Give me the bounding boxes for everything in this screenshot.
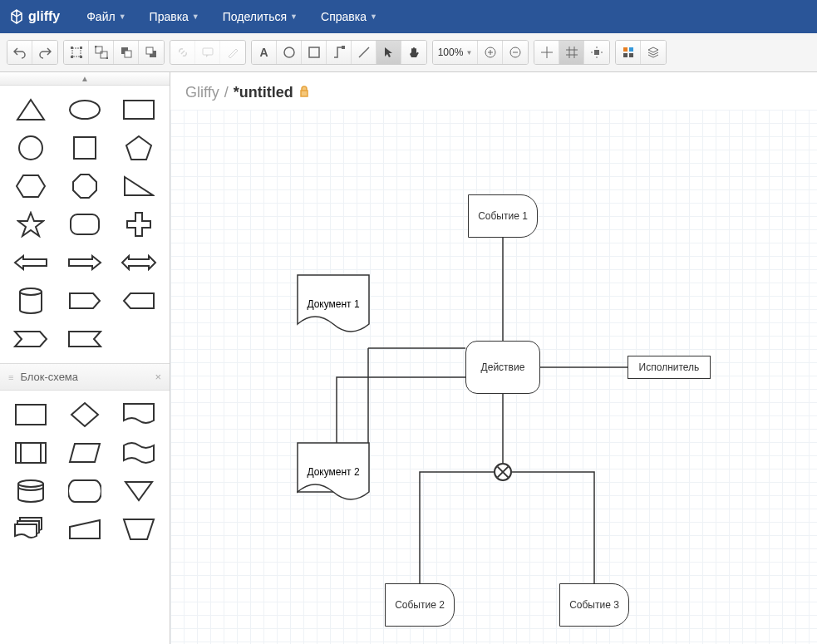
send-back-button[interactable]	[139, 41, 164, 64]
shape-display[interactable]	[66, 477, 103, 505]
svg-rect-51	[16, 405, 46, 425]
shape-rounded-rect[interactable]	[66, 210, 103, 238]
bring-front-button[interactable]	[114, 41, 139, 64]
shape-circle[interactable]	[12, 134, 49, 162]
redo-button[interactable]	[32, 41, 57, 64]
breadcrumb-root[interactable]: Gliffy	[185, 84, 219, 101]
shape-tag-left[interactable]	[121, 287, 157, 315]
shape-star[interactable]	[12, 210, 49, 238]
shape-rectangle[interactable]	[121, 96, 157, 124]
shape-plus[interactable]	[121, 210, 157, 238]
comment-button[interactable]	[195, 41, 220, 64]
shape-process[interactable]	[12, 401, 49, 429]
shape-chevron-back[interactable]	[66, 325, 103, 353]
shape-manual-input[interactable]	[66, 515, 103, 543]
shape-database[interactable]	[12, 477, 49, 505]
node-action[interactable]: Действие	[465, 341, 540, 394]
svg-rect-6	[101, 52, 107, 58]
node-doc2[interactable]: Документ 2	[297, 442, 370, 507]
caret-down-icon: ▼	[465, 49, 472, 57]
pointer-tool-button[interactable]	[377, 41, 401, 64]
node-xor-gateway[interactable]	[494, 463, 512, 481]
shape-document[interactable]	[121, 401, 157, 429]
node-executor[interactable]: Исполнитель	[628, 356, 711, 379]
pan-tool-button[interactable]	[401, 41, 426, 64]
brush-icon	[226, 46, 239, 59]
format-painter-button[interactable]	[220, 41, 245, 64]
zoom-in-button[interactable]	[478, 41, 503, 64]
svg-marker-58	[126, 482, 152, 500]
grid-icon	[565, 46, 578, 59]
line-icon	[357, 46, 371, 59]
caret-down-icon: ▼	[370, 12, 377, 21]
node-event3[interactable]: Событие 3	[559, 583, 629, 627]
node-executor-label: Исполнитель	[639, 361, 700, 373]
rect-tool-button[interactable]	[302, 41, 327, 64]
link-button[interactable]	[170, 41, 195, 64]
shape-arrow-left[interactable]	[12, 248, 49, 277]
node-doc1[interactable]: Документ 1	[297, 274, 370, 339]
close-icon[interactable]: ×	[155, 371, 161, 383]
svg-rect-15	[309, 47, 319, 57]
menu-file[interactable]: Файл▼	[76, 5, 135, 28]
shape-document-wave[interactable]	[121, 439, 157, 467]
shape-decision[interactable]	[66, 401, 103, 429]
shape-square[interactable]	[66, 134, 103, 162]
sidebar-scroll-up[interactable]: ▲	[0, 72, 170, 86]
menu-help-label: Справка	[321, 10, 367, 23]
text-tool-button[interactable]: A	[252, 41, 277, 64]
logo-icon	[8, 8, 25, 25]
shape-cylinder[interactable]	[12, 287, 49, 315]
shape-ellipse[interactable]	[66, 96, 103, 124]
shape-predefined[interactable]	[12, 439, 49, 467]
ungroup-button[interactable]	[89, 41, 114, 64]
undo-button[interactable]	[7, 41, 32, 64]
diagram-canvas[interactable]: Событие 1 Документ 1 Действие Исполнител…	[170, 110, 817, 644]
snap-center-button[interactable]	[534, 41, 559, 64]
square-icon	[308, 46, 321, 59]
shape-data[interactable]	[66, 439, 103, 467]
zoom-out-button[interactable]	[503, 41, 528, 64]
svg-rect-10	[125, 51, 131, 57]
zoom-level[interactable]: 100%▼	[433, 41, 478, 64]
app-logo[interactable]: gliffy	[8, 8, 60, 25]
menu-share[interactable]: Поделиться▼	[213, 5, 308, 28]
theme-icon	[622, 46, 635, 59]
shape-arrow-right[interactable]	[66, 248, 103, 277]
svg-marker-40	[125, 177, 153, 195]
shape-multi-document[interactable]	[12, 515, 49, 543]
menu-help[interactable]: Справка▼	[311, 5, 387, 28]
ellipse-tool-button[interactable]	[277, 41, 302, 64]
theme-button[interactable]	[616, 41, 641, 64]
shape-right-triangle[interactable]	[121, 172, 157, 200]
shape-octagon[interactable]	[66, 172, 103, 200]
node-event1[interactable]: Событие 1	[468, 194, 538, 238]
section-flowchart[interactable]: ≡ Блок-схема ×	[0, 363, 170, 391]
shape-pentagon[interactable]	[121, 134, 157, 162]
shape-merge[interactable]	[121, 477, 157, 505]
menu-file-label: Файл	[86, 10, 115, 23]
shape-manual-operation[interactable]	[121, 515, 157, 543]
node-doc2-label: Документ 2	[307, 466, 360, 478]
shape-hexagon[interactable]	[12, 172, 49, 200]
breadcrumb: Gliffy / *untitled	[170, 72, 817, 110]
menu-edit[interactable]: Правка▼	[140, 5, 209, 28]
snap-guides-button[interactable]	[584, 41, 609, 64]
svg-rect-0	[72, 48, 81, 57]
shape-triangle[interactable]	[12, 96, 49, 124]
shape-tag-right[interactable]	[66, 287, 103, 315]
menubar: gliffy Файл▼ Правка▼ Поделиться▼ Справка…	[0, 0, 817, 33]
shape-chevron[interactable]	[12, 325, 49, 353]
layers-button[interactable]	[641, 41, 666, 64]
line-tool-button[interactable]	[352, 41, 377, 64]
shape-arrow-both[interactable]	[121, 248, 157, 277]
bounding-box-button[interactable]	[64, 41, 89, 64]
svg-marker-60	[124, 519, 154, 539]
connector-tool-button[interactable]	[327, 41, 352, 64]
basic-shapes-grid	[0, 86, 170, 363]
svg-marker-45	[122, 256, 155, 269]
node-event2[interactable]: Событие 2	[385, 583, 455, 627]
caret-down-icon: ▼	[192, 12, 199, 21]
snap-grid-button[interactable]	[559, 41, 584, 64]
svg-rect-4	[80, 56, 82, 58]
